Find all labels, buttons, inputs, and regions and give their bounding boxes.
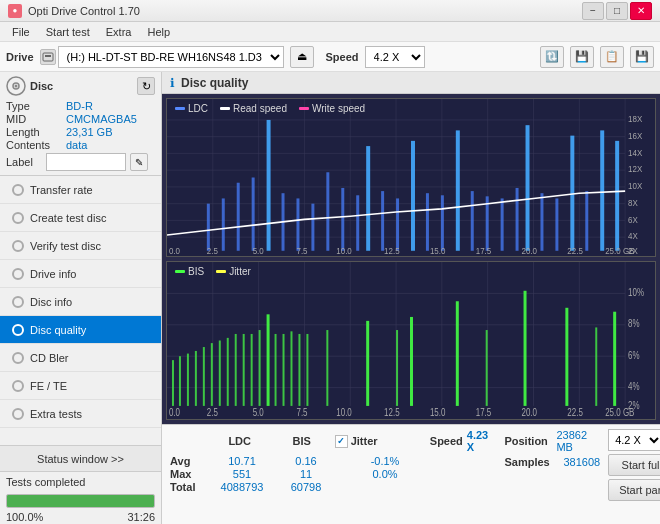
svg-text:7.5: 7.5: [296, 407, 307, 418]
close-button[interactable]: ✕: [630, 2, 652, 20]
nav-label-cd-bler: CD Bler: [30, 352, 69, 364]
svg-rect-92: [203, 347, 205, 406]
disc-contents-value: data: [66, 139, 87, 151]
progress-bar-container: [6, 494, 155, 508]
menu-help[interactable]: Help: [139, 24, 178, 40]
disc-header: Disc ↻: [6, 76, 155, 96]
toolbar-btn-1[interactable]: 🔃: [540, 46, 564, 68]
svg-rect-113: [565, 308, 568, 406]
disc-contents-row: Contents data: [6, 139, 155, 151]
svg-rect-50: [585, 191, 588, 251]
disc-label-btn[interactable]: ✎: [130, 153, 148, 171]
start-full-button[interactable]: Start full: [608, 454, 660, 476]
chart-title-icon: ℹ: [170, 76, 175, 90]
sidebar-item-fe-te[interactable]: FE / TE: [0, 372, 161, 400]
svg-rect-90: [187, 354, 189, 406]
toolbar-btn-4[interactable]: 💾: [630, 46, 654, 68]
svg-rect-44: [501, 198, 504, 250]
sidebar-item-extra-tests[interactable]: Extra tests: [0, 400, 161, 428]
sidebar-item-verify-test-disc[interactable]: Verify test disc: [0, 232, 161, 260]
svg-rect-32: [326, 172, 329, 251]
menu-bar: File Start test Extra Help: [0, 22, 660, 42]
disc-panel: Disc ↻ Type BD-R MID CMCMAGBA5 Length 23…: [0, 72, 161, 176]
svg-text:10.0: 10.0: [336, 247, 352, 256]
disc-label-input[interactable]: [46, 153, 126, 171]
disc-section-title: Disc: [30, 80, 53, 92]
svg-text:10.0: 10.0: [336, 407, 352, 418]
eject-button[interactable]: ⏏: [290, 46, 314, 68]
nav-icon-fe-te: [12, 380, 24, 392]
stats-row-avg-label: Avg: [170, 455, 208, 467]
menu-extra[interactable]: Extra: [98, 24, 140, 40]
stats-row-total-label: Total: [170, 481, 208, 493]
nav-icon-create-test-disc: [12, 212, 24, 224]
speed-dropdown[interactable]: 4.2 X: [608, 429, 660, 451]
chart1-legend: LDC Read speed Write speed: [175, 103, 365, 114]
speed-selector[interactable]: 4.2 X: [365, 46, 425, 68]
svg-text:20.0: 20.0: [522, 247, 538, 256]
stats-row-avg-ldc: 10.71: [208, 455, 276, 467]
svg-rect-105: [306, 334, 308, 406]
svg-text:12.5: 12.5: [384, 247, 400, 256]
sidebar-item-transfer-rate[interactable]: Transfer rate: [0, 176, 161, 204]
svg-text:4%: 4%: [628, 381, 640, 392]
charts-area: LDC Read speed Write speed: [162, 94, 660, 424]
svg-text:2.5: 2.5: [207, 407, 218, 418]
chart2-container: BIS Jitter: [166, 261, 656, 420]
sidebar-item-create-test-disc[interactable]: Create test disc: [0, 204, 161, 232]
drive-selector[interactable]: (H:) HL-DT-ST BD-RE WH16NS48 1.D3: [58, 46, 284, 68]
legend-write-speed: Write speed: [299, 103, 365, 114]
disc-refresh-btn[interactable]: ↻: [137, 77, 155, 95]
legend-read-speed-dot: [220, 107, 230, 110]
svg-rect-27: [252, 178, 255, 251]
menu-start-test[interactable]: Start test: [38, 24, 98, 40]
legend-ldc: LDC: [175, 103, 208, 114]
svg-text:2.5: 2.5: [207, 247, 219, 256]
stats-row-max-jitter: 0.0%: [340, 468, 430, 480]
svg-rect-35: [366, 146, 370, 251]
stats-position-label: Position: [504, 435, 552, 447]
toolbar-btn-2[interactable]: 💾: [570, 46, 594, 68]
toolbar-btn-3[interactable]: 📋: [600, 46, 624, 68]
nav-label-verify-test-disc: Verify test disc: [30, 240, 101, 252]
svg-rect-31: [311, 204, 314, 251]
status-window-button[interactable]: Status window >>: [0, 446, 161, 472]
sidebar-item-disc-quality[interactable]: Disc quality: [0, 316, 161, 344]
svg-rect-91: [195, 351, 197, 406]
stats-buttons: 4.2 X Start full Start part: [600, 429, 660, 501]
stats-header-bis: BIS: [273, 435, 331, 447]
svg-text:14X: 14X: [628, 148, 643, 157]
jitter-checkbox[interactable]: ✓: [335, 435, 348, 448]
legend-read-speed-label: Read speed: [233, 103, 287, 114]
maximize-button[interactable]: □: [606, 2, 628, 20]
disc-label-key: Label: [6, 156, 42, 168]
svg-rect-37: [396, 198, 399, 250]
svg-text:22.5: 22.5: [567, 407, 583, 418]
svg-rect-111: [486, 330, 488, 406]
nav-label-disc-quality: Disc quality: [30, 324, 86, 336]
sidebar-item-drive-info[interactable]: Drive info: [0, 260, 161, 288]
sidebar-item-disc-info[interactable]: Disc info: [0, 288, 161, 316]
svg-rect-30: [296, 198, 299, 250]
svg-rect-41: [456, 130, 460, 250]
nav-icon-cd-bler: [12, 352, 24, 364]
app-title: Opti Drive Control 1.70: [28, 5, 140, 17]
svg-rect-93: [211, 343, 213, 406]
disc-length-label: Length: [6, 126, 66, 138]
nav-icon-disc-info: [12, 296, 24, 308]
svg-rect-42: [471, 191, 474, 251]
stats-samples-label: Samples: [504, 456, 559, 468]
legend-jitter: Jitter: [216, 266, 251, 277]
stats-header-ldc: LDC: [207, 435, 273, 447]
svg-rect-110: [456, 301, 459, 406]
minimize-button[interactable]: −: [582, 2, 604, 20]
svg-rect-51: [600, 130, 604, 250]
svg-text:8X: 8X: [628, 199, 638, 208]
disc-type-label: Type: [6, 100, 66, 112]
start-part-button[interactable]: Start part: [608, 479, 660, 501]
nav-label-create-test-disc: Create test disc: [30, 212, 106, 224]
sidebar-item-cd-bler[interactable]: CD Bler: [0, 344, 161, 372]
stats-row-total-ldc: 4088793: [208, 481, 276, 493]
stats-position-val: 23862 MB: [556, 429, 600, 453]
menu-file[interactable]: File: [4, 24, 38, 40]
